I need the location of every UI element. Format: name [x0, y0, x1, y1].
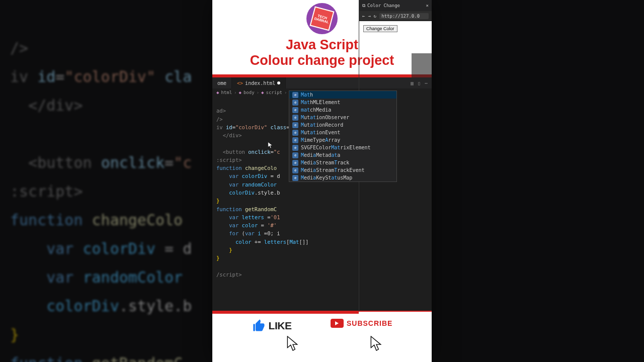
tab-home[interactable]: ome — [212, 77, 232, 88]
intellisense-item[interactable]: ematchMedia — [289, 106, 396, 114]
intellisense-item[interactable]: eMath — [289, 91, 396, 99]
intellisense-item[interactable]: eSVGFEColorMatrixElement — [289, 144, 396, 151]
code-editor: ome <> index.html ▥ ▯ ⋯ ◆html › ◆body › … — [212, 77, 432, 311]
close-script-tag: /script> — [216, 272, 242, 278]
intellisense-item[interactable]: eMutationRecord — [289, 121, 396, 129]
intellisense-item[interactable]: eMediaMetadata — [289, 151, 396, 159]
intellisense-item[interactable]: eMutationObserver — [289, 114, 396, 121]
tab-file-name: index.html — [245, 80, 275, 86]
intellisense-item[interactable]: eMediaStreamTrack — [289, 159, 396, 166]
intellisense-item[interactable]: eMediaKeyStatusMap — [289, 174, 396, 182]
cursor-icon — [286, 336, 299, 351]
mouse-cursor-icon — [268, 142, 274, 149]
title-line1: Java Script — [286, 37, 358, 52]
html-file-icon: <> — [237, 80, 243, 86]
tab-index-html[interactable]: <> index.html — [232, 77, 286, 88]
video-panel: TECH DABRAL Java Script Colour change pr… — [212, 0, 432, 362]
youtube-icon — [331, 319, 344, 328]
intellisense-item[interactable]: eMimeTypeArray — [289, 136, 396, 144]
subscribe-label: SUBSCRIBE — [331, 319, 392, 328]
intellisense-item[interactable]: eMediaStreamTrackEvent — [289, 166, 396, 174]
thumbs-up-icon — [252, 319, 267, 333]
intellisense-popup[interactable]: eMath eMathMLElement ematchMedia eMutati… — [289, 90, 397, 182]
footer: LIKE SUBSCRIBE — [212, 314, 432, 362]
like-label: LIKE — [252, 319, 292, 333]
intellisense-item[interactable]: eMathMLElement — [289, 99, 396, 106]
cursor-icon — [369, 336, 382, 351]
logo-text: TECH DABRAL — [310, 7, 335, 31]
unsaved-dot-icon — [277, 81, 280, 84]
channel-logo: TECH DABRAL — [306, 3, 338, 34]
intellisense-item[interactable]: eMutationEvent — [289, 129, 396, 136]
element-icon: ◆ — [261, 90, 264, 95]
element-icon: ◆ — [239, 90, 242, 95]
element-icon: ◆ — [216, 90, 219, 95]
